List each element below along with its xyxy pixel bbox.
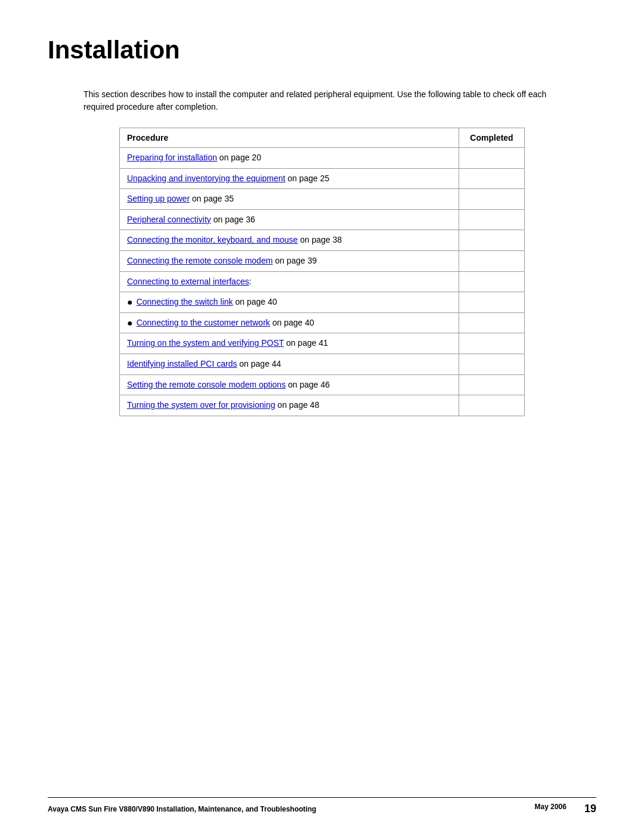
procedure-link[interactable]: Connecting to external interfaces xyxy=(127,277,249,286)
procedure-header: Procedure xyxy=(120,128,459,148)
completed-cell xyxy=(459,354,525,374)
procedure-table: Procedure Completed Preparing for instal… xyxy=(119,128,525,416)
procedure-link[interactable]: Connecting the monitor, keyboard, and mo… xyxy=(127,235,298,244)
footer-page-number: 19 xyxy=(584,803,596,815)
completed-cell xyxy=(459,189,525,210)
completed-cell xyxy=(459,230,525,251)
table-row: Identifying installed PCI cards on page … xyxy=(120,354,459,374)
table-row: Setting the remote console modem options… xyxy=(120,374,459,395)
page-footer: Avaya CMS Sun Fire V880/V890 Installatio… xyxy=(48,797,596,815)
footer-date: May 2006 xyxy=(535,803,566,815)
table-row: Turning the system over for provisioning… xyxy=(120,395,459,416)
procedure-link[interactable]: Connecting to the customer network xyxy=(137,318,270,327)
table-row: ●Connecting to the customer network on p… xyxy=(120,312,459,333)
table-row: Preparing for installation on page 20 xyxy=(120,148,459,169)
page-title: Installation xyxy=(48,36,596,64)
procedure-link[interactable]: Identifying installed PCI cards xyxy=(127,359,237,368)
procedure-link[interactable]: Peripheral connectivity xyxy=(127,215,211,224)
procedure-link[interactable]: Unpacking and inventorying the equipment xyxy=(127,174,285,183)
procedure-link[interactable]: Setting the remote console modem options xyxy=(127,380,286,389)
bullet-icon: ● xyxy=(127,318,133,328)
completed-cell xyxy=(459,148,525,169)
completed-cell xyxy=(459,209,525,230)
intro-paragraph: This section describes how to install th… xyxy=(48,88,596,113)
table-row: Turning on the system and verifying POST… xyxy=(120,333,459,354)
procedure-link[interactable]: Turning the system over for provisioning xyxy=(127,400,275,410)
completed-cell xyxy=(459,333,525,354)
table-row: Connecting the monitor, keyboard, and mo… xyxy=(120,230,459,251)
table-row: Connecting to external interfaces: xyxy=(120,271,459,292)
completed-cell xyxy=(459,395,525,416)
table-row: Peripheral connectivity on page 36 xyxy=(120,209,459,230)
procedure-link[interactable]: Connecting the switch link xyxy=(137,297,233,306)
procedure-link[interactable]: Preparing for installation xyxy=(127,153,217,162)
completed-header: Completed xyxy=(459,128,525,148)
completed-cell xyxy=(459,292,525,313)
table-row: ●Connecting the switch link on page 40 xyxy=(120,292,459,313)
completed-cell xyxy=(459,168,525,189)
procedure-link[interactable]: Setting up power xyxy=(127,194,190,203)
procedure-link[interactable]: Turning on the system and verifying POST xyxy=(127,338,284,348)
completed-cell xyxy=(459,271,525,292)
table-row: Unpacking and inventorying the equipment… xyxy=(120,168,459,189)
completed-cell xyxy=(459,250,525,271)
procedure-link[interactable]: Connecting the remote console modem xyxy=(127,256,273,265)
completed-cell xyxy=(459,312,525,333)
table-row: Setting up power on page 35 xyxy=(120,189,459,210)
bullet-icon: ● xyxy=(127,298,133,307)
footer-title: Avaya CMS Sun Fire V880/V890 Installatio… xyxy=(48,805,316,813)
completed-cell xyxy=(459,374,525,395)
table-row: Connecting the remote console modem on p… xyxy=(120,250,459,271)
